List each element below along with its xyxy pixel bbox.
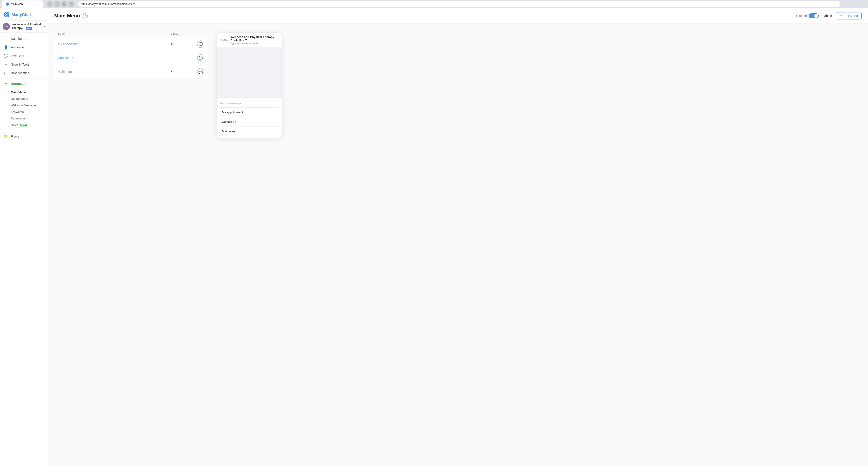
- col-button-header: Button: [58, 32, 170, 35]
- view-flow-button[interactable]: 💬: [197, 68, 204, 75]
- messenger-send-input[interactable]: Send a message...: [219, 101, 279, 108]
- phone-preview: ‹ Back Wellness and Physical Therapy Cli…: [216, 32, 282, 138]
- forward-button[interactable]: ›: [54, 1, 60, 7]
- sidebar-item-live-chat[interactable]: 💬 Live Chat: [0, 52, 48, 60]
- page-title: Main Menu: [54, 13, 80, 19]
- app-container: 🌀 ManyChat WP Wellness and Physical Ther…: [0, 8, 868, 466]
- row-action-cell: 💬: [193, 54, 204, 61]
- bot-subtitle: Typically replies instantly: [230, 42, 278, 45]
- sidebar-item-keywords[interactable]: Keywords: [0, 109, 48, 115]
- workspace-name: Wellness and Physical Therapy... PRO: [12, 23, 42, 30]
- click-count: 11: [170, 42, 193, 46]
- button-name: Contact us: [58, 56, 170, 60]
- quick-reply-label: My appointment: [222, 111, 243, 114]
- click-count: 2: [170, 56, 193, 60]
- sidebar-item-label: Dashboard: [11, 37, 26, 40]
- growth-tools-icon: ↪: [4, 62, 8, 67]
- url-text: https://manychat.com/automation/menu/vie…: [81, 2, 134, 6]
- rules-label: Rules: [11, 123, 18, 127]
- row-action-cell: 💬: [193, 40, 204, 48]
- pro-badge: PRO: [26, 27, 32, 30]
- messenger-title: Wellness and Physical Therapy Clinic Bot…: [230, 35, 278, 45]
- sidebar-item-automation[interactable]: ✦ Automation: [0, 79, 48, 88]
- sidebar-item-growth-tools[interactable]: ↪ Growth Tools: [0, 60, 48, 69]
- main-menu-label: Main Menu: [11, 90, 26, 94]
- sidebar-item-label: Flows: [11, 135, 19, 138]
- sidebar-item-audience[interactable]: 👤 Audience: [0, 43, 48, 52]
- button-name: My appointment: [58, 42, 170, 46]
- table-row: My appointment 11 💬: [54, 37, 208, 51]
- edit-menu-button[interactable]: ✏ Edit Menu: [836, 12, 862, 20]
- sidebar-item-main-menu[interactable]: Main Menu: [0, 89, 48, 95]
- messenger-body: [217, 48, 282, 97]
- close-window-button[interactable]: ×: [860, 1, 866, 7]
- browser-chrome: Main Menu × ‹ › ↻ ⌂ https://manychat.com…: [0, 0, 868, 8]
- main-content: Main Menu ? Disabled Enabled ✏ Edit Menu…: [48, 8, 868, 466]
- sidebar-item-label: Automation: [11, 82, 29, 86]
- table-row: Main menu 7 💬: [54, 65, 208, 79]
- messenger-back-button[interactable]: ‹ Back: [220, 38, 228, 42]
- enabled-label: Enabled: [820, 14, 832, 18]
- messenger-input-area: Send a message... My appointment Contact…: [217, 98, 282, 138]
- brand-name: ManyChat: [11, 12, 31, 17]
- col-action-header: [193, 32, 204, 35]
- table-header: Button Clicks: [54, 30, 208, 37]
- edit-menu-label: Edit Menu: [844, 14, 858, 18]
- bot-name: Wellness and Physical Therapy Clinic Bot…: [230, 35, 278, 42]
- live-chat-icon: 💬: [4, 54, 8, 58]
- keywords-label: Keywords: [11, 110, 24, 114]
- browser-nav-controls: ‹ › ↻ ⌂: [46, 1, 74, 7]
- sidebar-item-flows[interactable]: 📁 Flows: [0, 132, 48, 141]
- window-controls: ─ □ ×: [844, 1, 866, 7]
- preview-section: ‹ Back Wellness and Physical Therapy Cli…: [215, 30, 283, 138]
- click-count: 7: [170, 70, 193, 74]
- messenger-quick-reply-2[interactable]: Contact us: [219, 117, 279, 126]
- help-button[interactable]: ?: [83, 13, 88, 18]
- send-placeholder: Send a message...: [219, 101, 244, 105]
- manychat-logo[interactable]: 🌀 ManyChat: [4, 12, 31, 18]
- sequences-label: Sequences: [11, 117, 26, 120]
- row-action-cell: 💬: [193, 68, 204, 75]
- flows-icon: 📁: [4, 134, 8, 139]
- back-button[interactable]: ‹: [46, 1, 53, 7]
- browser-tab[interactable]: Main Menu ×: [2, 0, 43, 8]
- audience-icon: 👤: [4, 45, 8, 50]
- view-flow-button[interactable]: 💬: [197, 54, 204, 61]
- dashboard-icon: ◻: [4, 36, 8, 41]
- tab-close-button[interactable]: ×: [37, 2, 39, 6]
- reload-button[interactable]: ↻: [61, 1, 67, 7]
- maximize-button[interactable]: □: [852, 1, 858, 7]
- sidebar-item-broadcasting[interactable]: ▷ Broadcasting: [0, 69, 48, 77]
- default-reply-label: Default Reply: [11, 97, 29, 100]
- back-chevron-icon: ‹: [220, 38, 221, 42]
- welcome-message-label: Welcome Message: [11, 104, 36, 107]
- minimize-button[interactable]: ─: [844, 1, 850, 7]
- sidebar-divider-2: [0, 131, 48, 131]
- sidebar-item-rules[interactable]: Rules BETA: [0, 122, 48, 128]
- button-name: Main menu: [58, 70, 170, 74]
- address-bar[interactable]: https://manychat.com/automation/menu/vie…: [78, 1, 840, 7]
- view-flow-button[interactable]: 💬: [197, 40, 204, 48]
- sidebar-header: 🌀 ManyChat: [0, 8, 48, 21]
- top-bar-right: Disabled Enabled ✏ Edit Menu: [795, 12, 862, 20]
- enable-toggle[interactable]: [809, 13, 819, 18]
- messenger-quick-reply-1[interactable]: My appointment: [219, 108, 279, 117]
- automation-sub-nav: Main Menu Default Reply Welcome Message …: [0, 88, 48, 130]
- quick-reply-label: Contact us: [222, 120, 236, 123]
- workspace-avatar: WP: [3, 23, 10, 30]
- home-button[interactable]: ⌂: [68, 1, 74, 7]
- sidebar-item-default-reply[interactable]: Default Reply: [0, 95, 48, 102]
- quick-reply-label: Main menu: [222, 129, 237, 133]
- edit-icon: ✏: [839, 14, 842, 18]
- table-section: Button Clicks My appointment 11 💬 Contac…: [54, 30, 208, 79]
- sidebar-item-label: Live Chat: [11, 54, 24, 58]
- table-row: Contact us 2 💬: [54, 51, 208, 65]
- broadcasting-icon: ▷: [4, 71, 8, 75]
- sidebar: 🌀 ManyChat WP Wellness and Physical Ther…: [0, 8, 48, 466]
- sidebar-item-dashboard[interactable]: ◻ Dashboard: [0, 34, 48, 43]
- sidebar-item-sequences[interactable]: Sequences: [0, 115, 48, 122]
- tab-title: Main Menu: [11, 2, 24, 6]
- messenger-quick-reply-3[interactable]: Main menu: [219, 126, 279, 136]
- workspace-selector[interactable]: WP Wellness and Physical Therapy... PRO …: [0, 21, 48, 33]
- sidebar-item-welcome-message[interactable]: Welcome Message: [0, 102, 48, 109]
